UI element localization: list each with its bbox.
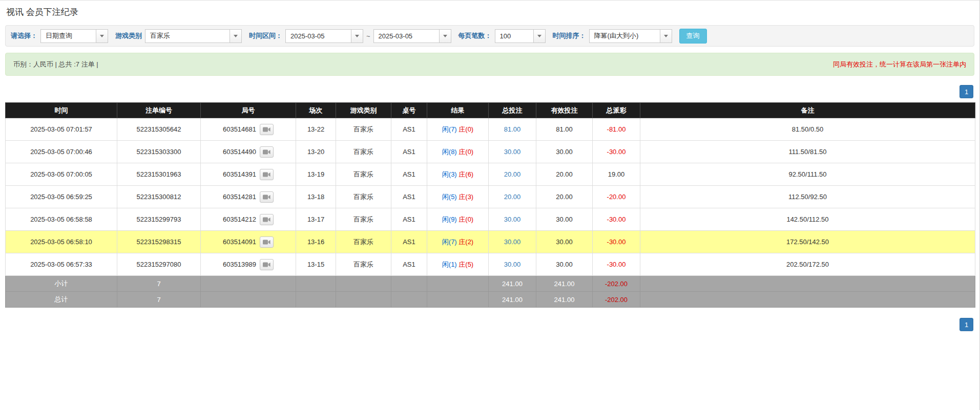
per-page-value: 100	[495, 29, 533, 43]
betting-records-page: 视讯 会员下注纪录 请选择： 日期查询 游戏类别 百家乐 时间区间： 2025-…	[0, 0, 980, 410]
cell-time: 2025-03-05 07:01:57	[6, 118, 117, 141]
cell-game-type: 百家乐	[336, 186, 391, 208]
sort-value: 降冪(由大到小)	[589, 29, 660, 43]
result-banker: 庄(0)	[458, 215, 473, 223]
video-camera-icon	[263, 171, 270, 178]
result-banker: 庄(2)	[458, 238, 473, 246]
cell-round: 603514091	[201, 231, 296, 253]
cell-table-no: AS1	[391, 186, 427, 208]
cell-total-bet: 81.00	[489, 118, 536, 141]
video-camera-icon	[263, 149, 270, 155]
video-replay-button[interactable]	[260, 124, 274, 135]
cell-valid-bet: 30.00	[536, 208, 593, 231]
table-row: 2025-03-05 07:00:05522315301963603514391…	[6, 163, 975, 186]
time-range-group: 时间区间： 2025-03-05 ~ 2025-03-05	[249, 29, 451, 43]
chevron-down-icon[interactable]	[351, 29, 363, 43]
cell-valid-bet: 20.00	[536, 186, 593, 208]
per-page-group: 每页笔数： 100	[458, 29, 546, 43]
page-1-button[interactable]: 1	[960, 85, 973, 98]
column-header: 总投注	[489, 103, 536, 118]
total-bet-link[interactable]: 30.00	[504, 261, 521, 268]
total-bet-link[interactable]: 20.00	[504, 193, 521, 201]
cell-round: 603513989	[201, 253, 296, 276]
chevron-down-icon[interactable]	[439, 29, 451, 43]
subtotal-payout: -202.00	[593, 276, 640, 292]
page-title: 视讯 会员下注纪录	[0, 1, 979, 23]
game-type-select[interactable]: 百家乐	[145, 29, 242, 43]
total-bet-link[interactable]: 20.00	[504, 170, 521, 178]
pagination-top: 1	[6, 85, 973, 98]
cell-bet-id: 522315301963	[117, 163, 201, 186]
per-page-label: 每页笔数：	[458, 31, 492, 40]
chevron-down-icon[interactable]	[533, 29, 546, 43]
total-row: 总计 7 241.00 241.00 -202.00	[6, 292, 975, 308]
cell-valid-bet: 20.00	[536, 163, 593, 186]
round-number: 603514212	[223, 215, 256, 223]
cell-table-no: AS1	[391, 208, 427, 231]
cell-total-bet: 30.00	[489, 208, 536, 231]
total-bet-link[interactable]: 30.00	[504, 238, 521, 246]
column-header: 备注	[640, 103, 975, 118]
cell-payout: -30.00	[593, 208, 640, 231]
date-from-value: 2025-03-05	[285, 29, 351, 43]
table-row: 2025-03-05 06:59:25522315300812603514281…	[6, 186, 975, 208]
page-1-button[interactable]: 1	[960, 318, 973, 331]
cell-result: 闲(3) 庄(6)	[427, 163, 489, 186]
total-label: 总计	[6, 292, 117, 308]
search-button[interactable]: 查询	[679, 29, 707, 44]
total-bet-link[interactable]: 81.00	[504, 125, 521, 133]
cell-result: 闲(7) 庄(2)	[427, 231, 489, 253]
cell-remark: 142.50/112.50	[640, 208, 975, 231]
video-camera-icon	[263, 126, 270, 133]
round-number: 603513989	[223, 261, 256, 268]
cell-bet-id: 522315300812	[117, 186, 201, 208]
result-banker: 庄(0)	[458, 125, 473, 133]
column-header: 结果	[427, 103, 489, 118]
subtotal-row: 小计 7 241.00 241.00 -202.00	[6, 276, 975, 292]
total-bet-link[interactable]: 30.00	[504, 148, 521, 156]
chevron-down-icon[interactable]	[660, 29, 672, 43]
total-bet-link[interactable]: 30.00	[504, 215, 521, 223]
chevron-down-icon[interactable]	[96, 29, 108, 43]
query-mode-select[interactable]: 日期查询	[40, 29, 108, 43]
betting-records-table: 时间注单编号局号场次游戏类别桌号结果总投注有效投注总派彩备注 2025-03-0…	[5, 102, 975, 308]
video-replay-button[interactable]	[260, 236, 274, 248]
cell-round: 603514281	[201, 186, 296, 208]
round-number: 603514391	[223, 170, 256, 178]
round-number: 603514681	[223, 125, 256, 133]
video-replay-button[interactable]	[260, 259, 274, 270]
caret-glyph	[537, 35, 541, 37]
video-replay-button[interactable]	[260, 214, 274, 225]
caret-glyph	[100, 35, 104, 37]
video-replay-button[interactable]	[260, 191, 274, 203]
table-row: 2025-03-05 07:00:46522315303300603514490…	[6, 141, 975, 163]
cell-time: 2025-03-05 06:57:33	[6, 253, 117, 276]
cell-total-bet: 30.00	[489, 253, 536, 276]
caret-glyph	[355, 35, 359, 37]
date-from-picker[interactable]: 2025-03-05	[285, 29, 363, 43]
column-header: 局号	[201, 103, 296, 118]
round-number: 603514490	[223, 148, 256, 156]
sort-select[interactable]: 降冪(由大到小)	[589, 29, 672, 43]
game-type-label: 游戏类别	[115, 31, 142, 40]
cell-remark: 112.50/92.50	[640, 186, 975, 208]
cell-round: 603514681	[201, 118, 296, 141]
total-valid-bet: 241.00	[536, 292, 593, 308]
video-replay-button[interactable]	[260, 146, 274, 158]
cell-table-no: AS1	[391, 253, 427, 276]
cell-game-type: 百家乐	[336, 118, 391, 141]
table-body: 2025-03-05 07:01:57522315305642603514681…	[6, 118, 975, 276]
per-page-select[interactable]: 100	[495, 29, 546, 43]
round-number: 603514091	[223, 238, 256, 246]
cell-total-bet: 30.00	[489, 141, 536, 163]
cell-remark: 92.50/111.50	[640, 163, 975, 186]
cell-session: 13-15	[296, 253, 336, 276]
column-header: 游戏类别	[336, 103, 391, 118]
cell-bet-id: 522315298315	[117, 231, 201, 253]
chevron-down-icon[interactable]	[230, 29, 242, 43]
total-payout: -202.00	[593, 292, 640, 308]
cell-game-type: 百家乐	[336, 208, 391, 231]
video-replay-button[interactable]	[260, 169, 274, 180]
date-to-picker[interactable]: 2025-03-05	[373, 29, 451, 43]
table-row: 2025-03-05 06:58:10522315298315603514091…	[6, 231, 975, 253]
